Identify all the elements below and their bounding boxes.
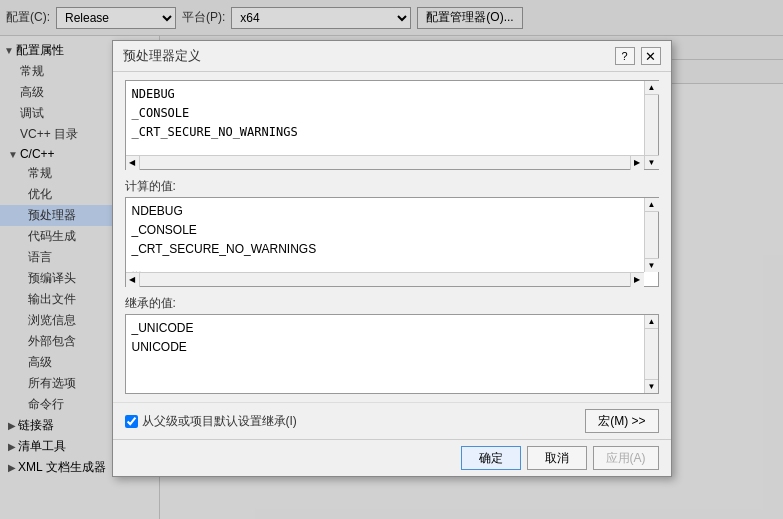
scroll-up-btn[interactable]: ▲ — [645, 81, 659, 95]
apply-button[interactable]: 应用(A) — [593, 446, 659, 470]
macro-button[interactable]: 宏(M) >> — [585, 409, 658, 433]
modal-bottom-row: 从父级或项目默认设置继承(I) 宏(M) >> — [113, 402, 671, 439]
hscrollbar-edit[interactable]: ◀ ▶ — [126, 155, 644, 169]
list-item: _CONSOLE — [132, 221, 652, 240]
inherited-section: 继承的值: _UNICODE UNICODE ▲ ▼ — [125, 295, 659, 394]
list-item: _UNICODE — [132, 319, 652, 338]
edit-area-container: NDEBUG _CONSOLE _CRT_SECURE_NO_WARNINGS … — [125, 80, 659, 170]
modal-help-button[interactable]: ? — [615, 47, 635, 65]
modal-title: 预处理器定义 — [123, 47, 201, 65]
computed-scrollbar[interactable]: ▲ ▼ — [644, 198, 658, 272]
cancel-button[interactable]: 取消 — [527, 446, 587, 470]
inherit-checkbox[interactable] — [125, 415, 138, 428]
inherited-values-display: _UNICODE UNICODE — [126, 315, 658, 361]
modal-controls: ? ✕ — [615, 47, 661, 65]
scroll-track — [645, 95, 658, 155]
confirm-button[interactable]: 确定 — [461, 446, 521, 470]
scroll-down-btn[interactable]: ▼ — [645, 258, 659, 272]
computed-values-display: NDEBUG _CONSOLE _CRT_SECURE_NO_WARNINGS … — [126, 198, 658, 272]
list-item: UNICODE — [132, 338, 652, 357]
preprocessor-dialog: 预处理器定义 ? ✕ NDEBUG _CONSOLE _CRT_SECURE_N… — [112, 40, 672, 477]
computed-area-container: NDEBUG _CONSOLE _CRT_SECURE_NO_WARNINGS … — [125, 197, 659, 287]
edit-scrollbar[interactable]: ▲ ▼ — [644, 81, 658, 169]
scroll-track — [645, 329, 658, 379]
scroll-up-btn[interactable]: ▲ — [645, 198, 659, 212]
modal-close-button[interactable]: ✕ — [641, 47, 661, 65]
computed-label: 计算的值: — [125, 178, 659, 195]
inherited-area-container: _UNICODE UNICODE ▲ ▼ — [125, 314, 659, 394]
modal-titlebar: 预处理器定义 ? ✕ — [113, 41, 671, 72]
inherited-label: 继承的值: — [125, 295, 659, 312]
modal-overlay: 预处理器定义 ? ✕ NDEBUG _CONSOLE _CRT_SECURE_N… — [0, 0, 783, 519]
hscroll-right-btn[interactable]: ▶ — [630, 273, 644, 287]
scroll-down-btn[interactable]: ▼ — [645, 155, 659, 169]
hscroll-left-btn[interactable]: ◀ — [126, 156, 140, 170]
inherit-checkbox-label[interactable]: 从父级或项目默认设置继承(I) — [125, 413, 297, 430]
inherited-scrollbar[interactable]: ▲ ▼ — [644, 315, 658, 393]
computed-section: 计算的值: NDEBUG _CONSOLE _CRT_SECURE_NO_WAR… — [125, 178, 659, 287]
modal-footer: 确定 取消 应用(A) — [113, 439, 671, 476]
hscroll-left-btn[interactable]: ◀ — [126, 273, 140, 287]
modal-body: NDEBUG _CONSOLE _CRT_SECURE_NO_WARNINGS … — [113, 72, 671, 402]
list-item: NDEBUG — [132, 202, 652, 221]
scroll-track — [645, 212, 658, 258]
list-item: ... — [132, 260, 652, 272]
scroll-down-btn[interactable]: ▼ — [645, 379, 659, 393]
hscrollbar-computed[interactable]: ◀ ▶ — [126, 272, 644, 286]
scroll-up-btn[interactable]: ▲ — [645, 315, 659, 329]
checkbox-text: 从父级或项目默认设置继承(I) — [142, 413, 297, 430]
list-item: _CRT_SECURE_NO_WARNINGS — [132, 240, 652, 259]
hscroll-right-btn[interactable]: ▶ — [630, 156, 644, 170]
